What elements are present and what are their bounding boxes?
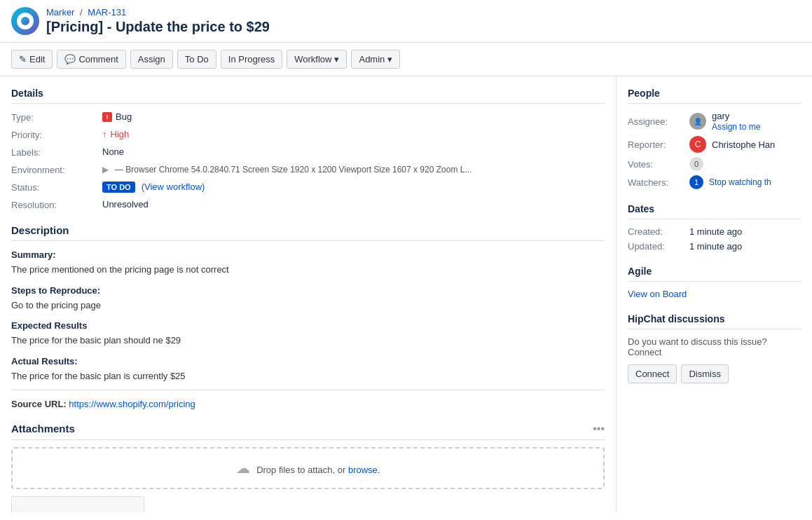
hipchat-section: HipChat discussions Do you want to discu…: [628, 313, 801, 383]
details-title: Details: [11, 88, 605, 104]
edit-icon: ✎: [19, 54, 27, 64]
source-row: Source URL: https://www.shopify.com/pric…: [11, 397, 605, 411]
labels-value: None: [102, 146, 605, 158]
connect-button[interactable]: Connect: [628, 364, 677, 383]
dates-section: Dates Created: 1 minute ago Updated: 1 m…: [628, 203, 801, 252]
attachment-thumbnail[interactable]: [11, 496, 144, 513]
status-value: TO DO (View workflow): [102, 181, 605, 193]
comment-label: Comment: [78, 54, 118, 64]
env-text-value: — Browser Chrome 54.0.2840.71 Screen Siz…: [115, 165, 472, 175]
description-divider: [11, 390, 605, 390]
upload-icon: ☁: [236, 460, 250, 476]
browse-link[interactable]: browse.: [348, 465, 380, 475]
votes-badge: 0: [689, 157, 703, 171]
main-content: Details Type: ! Bug Priority: ↑ High Lab…: [0, 76, 616, 512]
resolution-label: Resolution:: [11, 198, 95, 210]
drop-text: Drop files to attach, or: [256, 465, 345, 475]
details-section: Details Type: ! Bug Priority: ↑ High Lab…: [11, 88, 605, 210]
drop-zone[interactable]: ☁ Drop files to attach, or browse.: [11, 447, 605, 489]
actual-heading: Actual Results:: [11, 356, 605, 367]
assign-label: Assign: [138, 54, 165, 64]
assignee-label: Assignee:: [628, 116, 684, 127]
hipchat-title: HipChat discussions: [628, 313, 801, 329]
labels-label: Labels:: [11, 146, 95, 158]
admin-chevron-icon: ▾: [387, 54, 392, 64]
attachments-menu-button[interactable]: •••: [593, 423, 605, 435]
updated-value: 1 minute ago: [689, 241, 742, 252]
expected-text: The price for the basic plan should ne $…: [11, 334, 605, 348]
watchers-row: Watchers: 1 Stop watching th: [628, 175, 801, 189]
priority-label: Priority:: [11, 128, 95, 140]
people-section: People Assignee: 👤 gary Assign to me Rep…: [628, 88, 801, 189]
breadcrumb: Marker / MAR-131: [46, 7, 270, 18]
thumb-lines: [25, 512, 130, 513]
reporter-name: Christophe Han: [712, 139, 775, 150]
edit-button[interactable]: ✎ Edit: [11, 50, 53, 69]
admin-label: Admin: [359, 54, 385, 64]
main-layout: Details Type: ! Bug Priority: ↑ High Lab…: [0, 76, 812, 512]
assignee-avatar: 👤: [689, 113, 706, 130]
expected-heading: Expected Results: [11, 320, 605, 331]
actual-text: The price for the basic plan is currentl…: [11, 369, 605, 383]
type-value: ! Bug: [102, 111, 605, 123]
comment-button[interactable]: 💬 Comment: [57, 50, 125, 69]
logo-dot: [21, 17, 29, 25]
environment-value: ▶ — Browser Chrome 54.0.2840.71 Screen S…: [102, 163, 605, 175]
view-workflow-link[interactable]: (View workflow): [142, 182, 205, 192]
reporter-label: Reporter:: [628, 139, 684, 150]
attachments-header: Attachments •••: [11, 423, 605, 440]
agile-section: Agile View on Board: [628, 266, 801, 299]
in-progress-button[interactable]: In Progress: [221, 50, 282, 69]
thumb-inner: [12, 497, 144, 513]
assignee-info: gary Assign to me: [712, 111, 760, 132]
priority-text: High: [111, 129, 130, 139]
description-title: Description: [11, 224, 605, 241]
type-text: Bug: [116, 111, 132, 122]
source-link[interactable]: https://www.shopify.com/pricing: [69, 399, 195, 409]
people-title: People: [628, 88, 801, 104]
attachments-section: Attachments ••• ☁ Drop files to attach, …: [11, 423, 605, 513]
env-arrow-icon: ▶: [102, 165, 109, 175]
sidebar: People Assignee: 👤 gary Assign to me Rep…: [616, 76, 812, 512]
votes-row: Votes: 0: [628, 157, 801, 171]
updated-row: Updated: 1 minute ago: [628, 241, 801, 252]
steps-text: Go to the pricing page: [11, 299, 605, 313]
logo-inner: [17, 13, 34, 29]
stop-watching-link[interactable]: Stop watching th: [709, 177, 771, 187]
reporter-avatar: C: [689, 136, 706, 153]
workflow-button[interactable]: Workflow ▾: [287, 50, 347, 69]
updated-label: Updated:: [628, 241, 684, 252]
votes-label: Votes:: [628, 159, 684, 170]
assign-button[interactable]: Assign: [130, 50, 173, 69]
issue-id-link[interactable]: MAR-131: [88, 7, 126, 18]
resolution-value: Unresolved: [102, 198, 605, 210]
toolbar: ✎ Edit 💬 Comment Assign To Do In Progres…: [0, 43, 812, 76]
dates-title: Dates: [628, 203, 801, 219]
top-bar: Marker / MAR-131 [Pricing] - Update the …: [0, 0, 812, 43]
watchers-label: Watchers:: [628, 177, 684, 188]
priority-value: ↑ High: [102, 128, 605, 140]
created-row: Created: 1 minute ago: [628, 226, 801, 237]
created-label: Created:: [628, 226, 684, 237]
watchers-badge: 1: [689, 175, 703, 189]
workflow-label: Workflow: [294, 54, 331, 64]
project-link[interactable]: Marker: [46, 7, 74, 18]
assign-to-me-link[interactable]: Assign to me: [712, 122, 760, 132]
header-info: Marker / MAR-131 [Pricing] - Update the …: [46, 7, 270, 35]
status-badge: TO DO: [102, 182, 135, 193]
todo-button[interactable]: To Do: [177, 50, 216, 69]
reporter-row: Reporter: C Christophe Han: [628, 136, 801, 153]
dismiss-button[interactable]: Dismiss: [681, 364, 729, 383]
assignee-row: Assignee: 👤 gary Assign to me: [628, 111, 801, 132]
view-on-board-link[interactable]: View on Board: [628, 289, 687, 299]
workflow-chevron-icon: ▾: [334, 54, 339, 64]
environment-label: Environment:: [11, 163, 95, 175]
issue-title: [Pricing] - Update the price to $29: [46, 19, 270, 35]
admin-button[interactable]: Admin ▾: [351, 50, 400, 69]
project-avatar: [11, 7, 39, 35]
in-progress-label: In Progress: [228, 54, 275, 64]
summary-text: The price mentioned on the pricing page …: [11, 263, 605, 277]
agile-title: Agile: [628, 266, 801, 282]
details-grid: Type: ! Bug Priority: ↑ High Labels: Non…: [11, 111, 605, 210]
source-label: Source URL:: [11, 399, 67, 409]
